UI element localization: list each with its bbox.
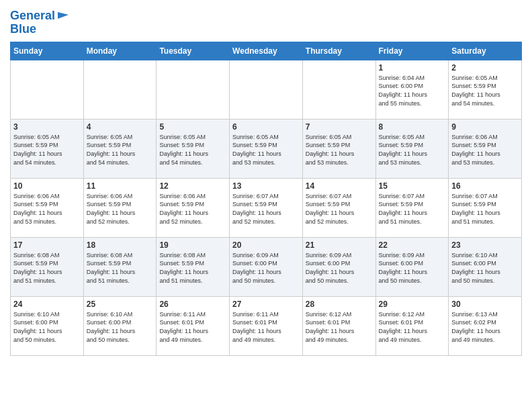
day-cell: 18Sunrise: 6:08 AMSunset: 5:59 PMDayligh… — [83, 237, 157, 296]
day-info: Sunrise: 6:12 AMSunset: 6:01 PMDaylight:… — [379, 310, 446, 344]
day-cell: 9Sunrise: 6:06 AMSunset: 5:59 PMDaylight… — [449, 119, 522, 178]
day-cell: 7Sunrise: 6:05 AMSunset: 5:59 PMDaylight… — [302, 119, 375, 178]
header-sunday: Sunday — [11, 42, 84, 60]
day-number: 7 — [306, 122, 373, 132]
day-number: 10 — [13, 181, 81, 191]
day-info: Sunrise: 6:09 AMSunset: 6:00 PMDaylight:… — [306, 251, 373, 285]
day-number: 26 — [159, 300, 226, 309]
day-cell: 16Sunrise: 6:07 AMSunset: 5:59 PMDayligh… — [449, 178, 522, 237]
day-cell: 12Sunrise: 6:06 AMSunset: 5:59 PMDayligh… — [157, 178, 230, 237]
calendar-table: Sunday Monday Tuesday Wednesday Thursday… — [10, 42, 522, 356]
day-number: 9 — [451, 122, 519, 132]
day-info: Sunrise: 6:13 AMSunset: 6:02 PMDaylight:… — [451, 310, 519, 344]
day-number: 20 — [232, 240, 300, 250]
day-cell: 14Sunrise: 6:07 AMSunset: 5:59 PMDayligh… — [302, 178, 375, 237]
day-number: 2 — [451, 63, 519, 73]
day-info: Sunrise: 6:05 AMSunset: 5:59 PMDaylight:… — [232, 133, 300, 167]
day-cell: 26Sunrise: 6:11 AMSunset: 6:01 PMDayligh… — [157, 296, 230, 355]
day-number: 5 — [159, 122, 226, 132]
day-cell: 6Sunrise: 6:05 AMSunset: 5:59 PMDaylight… — [230, 119, 303, 178]
day-number: 24 — [13, 300, 81, 309]
day-info: Sunrise: 6:06 AMSunset: 5:59 PMDaylight:… — [451, 133, 519, 167]
day-number: 30 — [451, 300, 519, 309]
svg-marker-0 — [58, 12, 69, 19]
logo-general: General — [10, 9, 55, 22]
day-cell: 30Sunrise: 6:13 AMSunset: 6:02 PMDayligh… — [449, 296, 522, 355]
logo-flag-icon — [56, 11, 70, 23]
week-row-5: 24Sunrise: 6:10 AMSunset: 6:00 PMDayligh… — [11, 296, 522, 355]
day-cell: 3Sunrise: 6:05 AMSunset: 5:59 PMDaylight… — [11, 119, 84, 178]
day-number: 13 — [232, 181, 300, 191]
day-info: Sunrise: 6:08 AMSunset: 5:59 PMDaylight:… — [87, 251, 154, 285]
day-cell: 28Sunrise: 6:12 AMSunset: 6:01 PMDayligh… — [302, 296, 375, 355]
day-number: 8 — [379, 122, 446, 132]
week-row-1: 1Sunrise: 6:04 AMSunset: 6:00 PMDaylight… — [11, 60, 522, 119]
day-number: 14 — [306, 181, 373, 191]
day-number: 15 — [379, 181, 446, 191]
header-friday: Friday — [375, 42, 449, 60]
day-info: Sunrise: 6:05 AMSunset: 5:59 PMDaylight:… — [451, 74, 519, 107]
day-info: Sunrise: 6:08 AMSunset: 5:59 PMDaylight:… — [13, 251, 81, 285]
day-cell: 21Sunrise: 6:09 AMSunset: 6:00 PMDayligh… — [302, 237, 375, 296]
day-cell — [302, 60, 375, 119]
day-number: 19 — [159, 240, 226, 250]
day-info: Sunrise: 6:05 AMSunset: 5:59 PMDaylight:… — [13, 133, 81, 167]
day-cell: 2Sunrise: 6:05 AMSunset: 5:59 PMDaylight… — [449, 60, 522, 119]
day-number: 29 — [379, 300, 446, 309]
day-number: 6 — [232, 122, 300, 132]
day-info: Sunrise: 6:07 AMSunset: 5:59 PMDaylight:… — [379, 192, 446, 226]
day-info: Sunrise: 6:10 AMSunset: 6:00 PMDaylight:… — [87, 310, 154, 344]
logo-blue: Blue — [10, 23, 36, 36]
weekday-header-row: Sunday Monday Tuesday Wednesday Thursday… — [11, 42, 522, 60]
day-number: 11 — [87, 181, 154, 191]
day-cell: 1Sunrise: 6:04 AMSunset: 6:00 PMDaylight… — [375, 60, 449, 119]
day-number: 28 — [306, 300, 373, 309]
day-number: 25 — [87, 300, 154, 309]
day-cell: 17Sunrise: 6:08 AMSunset: 5:59 PMDayligh… — [11, 237, 84, 296]
day-info: Sunrise: 6:07 AMSunset: 5:59 PMDaylight:… — [232, 192, 300, 226]
header-saturday: Saturday — [449, 42, 522, 60]
day-number: 21 — [306, 240, 373, 250]
day-cell — [157, 60, 230, 119]
day-info: Sunrise: 6:10 AMSunset: 6:00 PMDaylight:… — [451, 251, 519, 285]
day-cell: 22Sunrise: 6:09 AMSunset: 6:00 PMDayligh… — [375, 237, 449, 296]
day-info: Sunrise: 6:05 AMSunset: 5:59 PMDaylight:… — [159, 133, 226, 167]
day-number: 16 — [451, 181, 519, 191]
logo-text-general: General — [10, 9, 55, 23]
day-cell: 10Sunrise: 6:06 AMSunset: 5:59 PMDayligh… — [11, 178, 84, 237]
day-info: Sunrise: 6:05 AMSunset: 5:59 PMDaylight:… — [306, 133, 373, 167]
day-cell: 15Sunrise: 6:07 AMSunset: 5:59 PMDayligh… — [375, 178, 449, 237]
day-number: 1 — [379, 63, 446, 73]
day-info: Sunrise: 6:12 AMSunset: 6:01 PMDaylight:… — [306, 310, 373, 344]
header-wednesday: Wednesday — [230, 42, 303, 60]
week-row-2: 3Sunrise: 6:05 AMSunset: 5:59 PMDaylight… — [11, 119, 522, 178]
day-number: 18 — [87, 240, 154, 250]
day-info: Sunrise: 6:07 AMSunset: 5:59 PMDaylight:… — [306, 192, 373, 226]
day-cell: 5Sunrise: 6:05 AMSunset: 5:59 PMDaylight… — [157, 119, 230, 178]
day-info: Sunrise: 6:05 AMSunset: 5:59 PMDaylight:… — [87, 133, 154, 167]
day-number: 22 — [379, 240, 446, 250]
page: General Blue Sunday Monday Tuesday Wedne… — [0, 0, 532, 366]
day-number: 12 — [159, 181, 226, 191]
week-row-4: 17Sunrise: 6:08 AMSunset: 5:59 PMDayligh… — [11, 237, 522, 296]
day-cell: 19Sunrise: 6:08 AMSunset: 5:59 PMDayligh… — [157, 237, 230, 296]
day-number: 23 — [451, 240, 519, 250]
day-cell: 25Sunrise: 6:10 AMSunset: 6:00 PMDayligh… — [83, 296, 157, 355]
header-thursday: Thursday — [302, 42, 375, 60]
day-cell: 11Sunrise: 6:06 AMSunset: 5:59 PMDayligh… — [83, 178, 157, 237]
day-cell: 29Sunrise: 6:12 AMSunset: 6:01 PMDayligh… — [375, 296, 449, 355]
day-info: Sunrise: 6:05 AMSunset: 5:59 PMDaylight:… — [379, 133, 446, 167]
day-cell — [83, 60, 157, 119]
day-info: Sunrise: 6:04 AMSunset: 6:00 PMDaylight:… — [379, 74, 446, 107]
header-tuesday: Tuesday — [157, 42, 230, 60]
week-row-3: 10Sunrise: 6:06 AMSunset: 5:59 PMDayligh… — [11, 178, 522, 237]
day-info: Sunrise: 6:06 AMSunset: 5:59 PMDaylight:… — [159, 192, 226, 226]
day-info: Sunrise: 6:09 AMSunset: 6:00 PMDaylight:… — [232, 251, 300, 285]
day-info: Sunrise: 6:06 AMSunset: 5:59 PMDaylight:… — [87, 192, 154, 226]
day-cell: 20Sunrise: 6:09 AMSunset: 6:00 PMDayligh… — [230, 237, 303, 296]
day-info: Sunrise: 6:11 AMSunset: 6:01 PMDaylight:… — [159, 310, 226, 344]
day-info: Sunrise: 6:10 AMSunset: 6:00 PMDaylight:… — [13, 310, 81, 344]
day-number: 4 — [87, 122, 154, 132]
day-cell: 24Sunrise: 6:10 AMSunset: 6:00 PMDayligh… — [11, 296, 84, 355]
day-info: Sunrise: 6:11 AMSunset: 6:01 PMDaylight:… — [232, 310, 300, 344]
